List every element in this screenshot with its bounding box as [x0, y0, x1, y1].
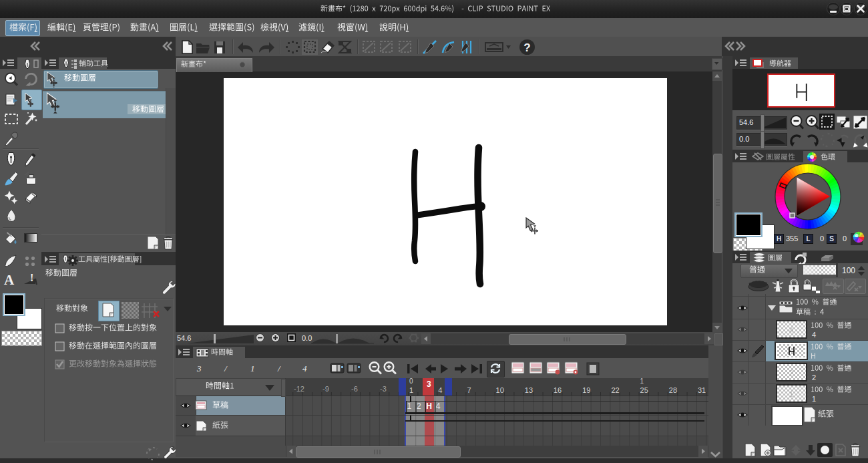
svg-text:1: 1 [789, 390, 793, 398]
svg-text:A: A [4, 273, 15, 287]
svg-text:?: ? [523, 41, 530, 54]
svg-text:2: 2 [789, 369, 793, 377]
svg-text:!: ! [30, 273, 33, 283]
svg-text:4: 4 [789, 326, 793, 334]
